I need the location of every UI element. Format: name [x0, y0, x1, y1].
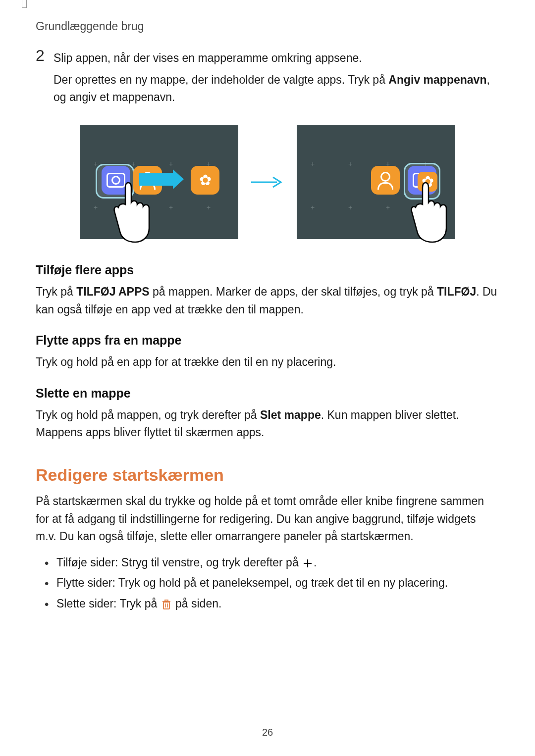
figure-panel-right: + + + + + + + [297, 125, 455, 239]
hand-pointer-icon [113, 179, 151, 243]
text: . [314, 556, 317, 569]
subheading-delete-folder: Slette en mappe [36, 386, 499, 401]
plus-icon [303, 558, 313, 568]
text: på mappen. Marker de apps, der skal tilf… [150, 285, 437, 298]
instruction-figure: + + + + + + + [36, 125, 499, 239]
bold-text: Angiv mappenavn [388, 73, 486, 86]
paragraph: Tryk og hold på mappen, og tryk derefter… [36, 406, 499, 442]
bold-text: TILFØJ [437, 285, 476, 298]
trash-icon [161, 599, 171, 610]
step-body: Slip appen, når der vises en mapperamme … [54, 50, 499, 110]
breadcrumb: Grundlæggende brug [36, 20, 144, 33]
subheading-move-apps: Flytte apps fra en mappe [36, 333, 499, 348]
subheading-add-apps: Tilføje flere apps [36, 263, 499, 277]
list-item: Flytte sider: Tryk og hold på et panelek… [36, 573, 499, 593]
step-number: 2 [36, 48, 54, 63]
list-item: Tilføje sider: Stryg til venstre, og try… [36, 553, 499, 573]
contacts-app-icon [371, 166, 400, 195]
gallery-app-icon [191, 166, 219, 195]
paragraph: Tryk på TILFØJ APPS på mappen. Marker de… [36, 283, 499, 318]
page-content: 2 Slip appen, når der vises en mapperamm… [36, 50, 499, 614]
svg-rect-5 [165, 600, 168, 602]
svg-rect-3 [163, 602, 169, 609]
step-line-1: Slip appen, når der vises en mapperamme … [54, 50, 499, 67]
text: Tryk på [36, 285, 76, 298]
arrow-right-icon [250, 176, 285, 188]
section-heading-edit-homescreen: Redigere startskærmen [36, 465, 499, 485]
figure-panel-left: + + + + + + + [80, 125, 238, 239]
bold-text: Slet mappe [260, 408, 321, 421]
hand-pointer-icon [411, 179, 448, 243]
page-number: 26 [0, 727, 535, 738]
step-2: 2 Slip appen, når der vises en mapperamm… [36, 50, 499, 110]
page-tab-marker [22, 0, 27, 8]
text: Der oprettes en ny mappe, der indeholder… [54, 73, 388, 86]
paragraph: Tryk og hold på en app for at trække den… [36, 353, 499, 371]
text: Slette sider: Tryk på [56, 597, 160, 610]
text: Tryk og hold på mappen, og tryk derefter… [36, 408, 260, 421]
text: Tilføje sider: Stryg til venstre, og try… [56, 556, 302, 569]
text: på siden. [172, 597, 222, 610]
paragraph: På startskærmen skal du trykke og holde … [36, 493, 499, 546]
list-item: Slette sider: Tryk på på siden. [36, 594, 499, 614]
bullet-list: Tilføje sider: Stryg til venstre, og try… [36, 553, 499, 614]
step-line-2: Der oprettes en ny mappe, der indeholder… [54, 71, 499, 106]
bold-text: TILFØJ APPS [76, 285, 149, 298]
